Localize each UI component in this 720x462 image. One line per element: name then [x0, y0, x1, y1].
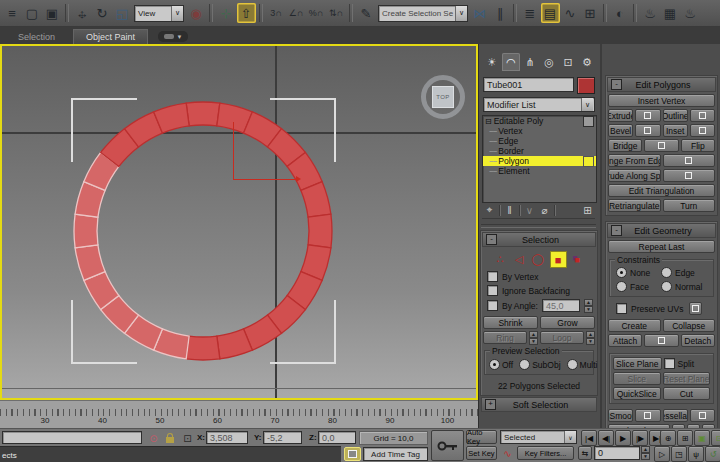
ring-button[interactable]: Ring [483, 331, 527, 344]
vertex-subobject-icon[interactable]: ∴ [493, 252, 508, 267]
show-end-result-icon[interactable]: ‖ [502, 205, 517, 216]
ignore-backfacing-checkbox[interactable] [487, 285, 498, 296]
shrink-button[interactable]: Shrink [483, 316, 538, 329]
next-frame-button[interactable]: |▶ [632, 430, 648, 446]
ring-polygon-segment[interactable] [74, 214, 98, 248]
selection-set-filter-dropdown[interactable]: Selected ∨ [500, 430, 577, 444]
extrude-along-spline-button[interactable]: Extrude Along Spline [608, 169, 661, 182]
by-angle-checkbox[interactable] [487, 300, 498, 311]
stack-item-vertex[interactable]: ----Vertex [483, 126, 596, 136]
orbit-icon[interactable]: ↺ [705, 446, 720, 462]
reference-coordinate-system-dropdown[interactable]: View∨ [134, 5, 184, 22]
time-tag-icon[interactable] [344, 447, 361, 461]
edit-geometry-rollout-header[interactable]: - Edit Geometry [607, 223, 716, 238]
zoom-icon[interactable]: ⊕ [660, 430, 676, 446]
bevel-button[interactable]: Bevel [608, 124, 633, 137]
by-vertex-checkbox[interactable] [487, 271, 498, 282]
absolute-offset-toggle-icon[interactable]: ⊡ [180, 431, 195, 445]
msmooth-button[interactable]: MSmooth [608, 409, 633, 422]
collapse-icon[interactable]: - [611, 225, 622, 236]
select-and-rotate-icon[interactable]: ↻ [93, 3, 112, 23]
schematic-view-icon[interactable]: ⊞ [581, 3, 600, 23]
bridge-settings-button[interactable] [644, 139, 678, 152]
loop-spinner[interactable]: ▲▼ [586, 331, 595, 344]
border-subobject-icon[interactable]: ◯ [531, 252, 546, 267]
cut-button[interactable]: Cut [663, 387, 711, 400]
mirror-icon[interactable]: ⋈ [471, 3, 490, 23]
go-to-start-button[interactable]: |◀ [581, 430, 597, 446]
quickslice-button[interactable]: QuickSlice [613, 387, 661, 400]
stack-item-polygon[interactable]: ----Polygon [483, 156, 596, 166]
align-icon[interactable]: ∥ [491, 3, 510, 23]
keyboard-shortcut-override-icon[interactable]: ⇧ [237, 3, 256, 23]
bevel-settings-button[interactable] [635, 124, 660, 137]
retriangulate-button[interactable]: Retriangulate [608, 199, 661, 212]
preserve-uvs-checkbox[interactable] [616, 303, 627, 314]
loop-button[interactable]: Loop [540, 331, 584, 344]
pan-icon[interactable]: ψ [688, 446, 704, 462]
preview-multi-radio[interactable] [567, 359, 578, 370]
by-angle-spinner[interactable]: ▲▼ [584, 299, 593, 312]
by-angle-field[interactable]: 45,0 [542, 299, 580, 312]
graphite-ribbon-toggle-icon[interactable]: ▤ [541, 3, 560, 23]
ribbon-tab-object-paint[interactable]: Object Paint [73, 29, 148, 44]
attach-button[interactable]: Attach [608, 334, 642, 347]
slice-plane-button[interactable]: Slice Plane [613, 357, 662, 370]
collapse-icon[interactable]: - [486, 234, 497, 245]
hinge-from-edge-button[interactable]: Hinge From Edge [608, 154, 661, 167]
constraint-face-radio[interactable] [616, 281, 627, 292]
timeline-ruler[interactable]: 30405060708090100 [0, 400, 478, 429]
play-button[interactable]: ▶ [615, 430, 631, 446]
stack-item-editable-poly[interactable]: ⊟Editable Poly [483, 116, 596, 126]
viewport-top[interactable]: TOP [0, 44, 478, 400]
add-time-tag-field[interactable]: Add Time Tag [363, 447, 428, 461]
preview-subobj-radio[interactable] [519, 359, 530, 370]
slice-button[interactable]: Slice [613, 372, 661, 385]
select-and-move-icon[interactable]: ↔↕ [73, 3, 92, 23]
edit-named-selection-sets-icon[interactable]: ✎ [357, 3, 376, 23]
preserve-uvs-settings-button[interactable] [689, 302, 702, 315]
reset-plane-button[interactable]: Reset Plane [663, 372, 711, 385]
y-coordinate-field[interactable]: -5,2 [263, 431, 302, 444]
element-subobject-icon[interactable]: ■■ [571, 252, 586, 267]
stack-item-element[interactable]: ----Element [483, 166, 596, 176]
edit-polygons-rollout-header[interactable]: - Edit Polygons [607, 77, 716, 92]
balloon-icon[interactable]: ⊙ [146, 431, 161, 445]
rectangular-selection-region-icon[interactable]: ▢ [23, 3, 42, 23]
current-frame-field[interactable]: 0 [594, 446, 640, 460]
extrude-along-spline-settings-button[interactable] [663, 169, 716, 182]
layer-manager-icon[interactable]: ≣ [521, 3, 540, 23]
make-unique-icon[interactable]: ∨ [522, 205, 537, 216]
rendered-frame-window-icon[interactable]: ▦ [661, 3, 680, 23]
grow-button[interactable]: Grow [540, 316, 595, 329]
hinge-from-edge-settings-button[interactable] [663, 154, 716, 167]
spinner-snap-toggle-icon[interactable]: ⇅∩ [327, 3, 346, 23]
expand-icon[interactable]: + [485, 399, 496, 410]
viewcube-top-face[interactable]: TOP [432, 86, 454, 108]
constraint-edge-radio[interactable] [661, 267, 672, 278]
field-of-view-icon[interactable]: ▷ [654, 446, 670, 462]
split-checkbox[interactable] [664, 358, 675, 369]
msmooth-settings-button[interactable] [635, 409, 660, 422]
tessellate-button[interactable]: Tessellate [663, 409, 688, 422]
x-coordinate-field[interactable]: 3,508 [206, 431, 248, 444]
configure-modifier-sets-icon[interactable]: ⊞ [580, 205, 595, 216]
preview-off-radio[interactable] [489, 359, 500, 370]
ring-spinner[interactable]: ▲▼ [529, 331, 538, 344]
snaps-toggle-icon[interactable]: 3∩ [267, 3, 286, 23]
material-editor-icon[interactable]: ◐ [611, 3, 630, 23]
tessellate-settings-button[interactable] [690, 409, 715, 422]
insert-vertex-button[interactable]: Insert Vertex [608, 94, 715, 107]
stack-item-edge[interactable]: ----Edge [483, 136, 596, 146]
collapse-icon[interactable]: - [611, 79, 622, 90]
collapse-icon[interactable]: ⊟ [485, 117, 492, 126]
selection-lock-icon[interactable] [162, 431, 177, 445]
edit-triangulation-button[interactable]: Edit Triangulation [608, 184, 715, 197]
window-crossing-toggle-icon[interactable]: ▣ [43, 3, 62, 23]
zoom-all-icon[interactable]: ⊞ [677, 430, 693, 446]
key-filters-button[interactable]: Key Filters... [517, 446, 574, 460]
create-button[interactable]: Create [608, 319, 661, 332]
use-pivot-point-center-icon[interactable]: ◉ [187, 3, 206, 23]
set-key-mode-button[interactable] [431, 430, 464, 461]
auto-key-button[interactable]: Auto Key [466, 430, 497, 444]
